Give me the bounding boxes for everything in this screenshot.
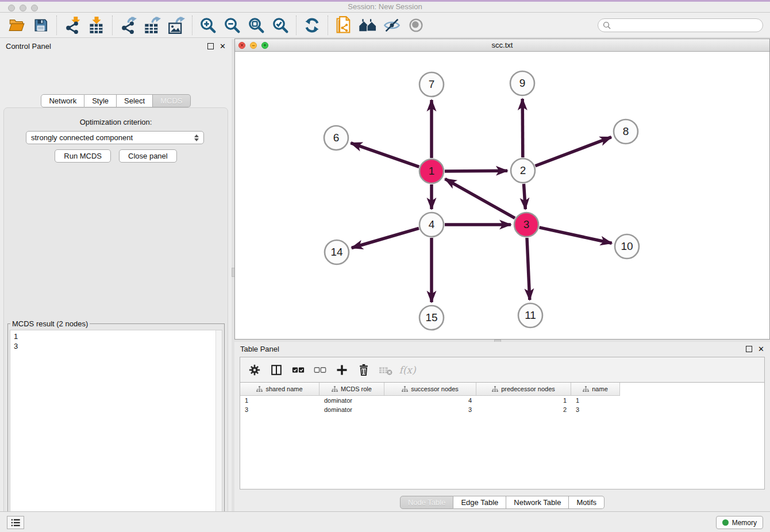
gear-icon xyxy=(248,364,261,376)
tab-select[interactable]: Select xyxy=(117,94,153,107)
float-panel-icon[interactable] xyxy=(207,43,214,49)
eye-slash-icon xyxy=(383,18,401,33)
task-history-button[interactable] xyxy=(7,516,24,529)
column-header-MCDS-role[interactable]: MCDS role xyxy=(319,383,384,396)
close-panel-icon[interactable]: ✕ xyxy=(220,43,226,49)
new-network-from-file-button[interactable] xyxy=(333,15,354,36)
zoom-out-button[interactable] xyxy=(222,15,242,36)
show-graphics-details-button[interactable] xyxy=(406,15,426,36)
open-session-button[interactable] xyxy=(6,15,27,36)
mcds-result-title: MCDS result (2 nodes) xyxy=(10,319,90,328)
graph-node-label: 10 xyxy=(621,240,633,252)
memory-button[interactable]: Memory xyxy=(716,516,763,529)
graph-edge-2-9[interactable] xyxy=(522,99,523,157)
graph-node-4[interactable]: 4 xyxy=(419,213,444,237)
column-header-successor-nodes[interactable]: successor nodes xyxy=(384,383,476,396)
unselect-all-columns-button[interactable] xyxy=(310,360,330,380)
table-tab-network-table[interactable]: Network Table xyxy=(506,496,569,509)
graph-edge-4-14[interactable] xyxy=(352,228,419,248)
search-input[interactable] xyxy=(611,20,763,31)
network-minimize-icon[interactable]: – xyxy=(250,42,257,49)
criterion-value: strongly connected component xyxy=(31,133,194,142)
column-header-name[interactable]: name xyxy=(571,383,620,396)
graph-node-14[interactable]: 14 xyxy=(325,240,349,264)
apply-layout-button[interactable] xyxy=(302,15,322,36)
graph-node-10[interactable]: 10 xyxy=(615,234,639,259)
graph-edge-2-3[interactable] xyxy=(524,184,526,209)
zoom-in-button[interactable] xyxy=(198,15,218,36)
float-table-panel-icon[interactable] xyxy=(746,346,752,352)
graph-node-1[interactable]: 1 xyxy=(419,159,444,183)
unchecked-boxes-icon xyxy=(313,364,327,376)
control-panel: Control Panel ✕ NetworkStyleSelectMCDS O… xyxy=(0,39,232,511)
show-all-networks-button[interactable] xyxy=(357,15,378,36)
list-icon xyxy=(10,518,21,528)
graph-node-3[interactable]: 3 xyxy=(514,213,538,237)
table-row[interactable]: 1dominator411 xyxy=(240,396,764,405)
table-toolbar: f(x) xyxy=(240,357,765,382)
table-header-row: shared nameMCDS rolesuccessor nodesprede… xyxy=(240,383,764,396)
hide-graphics-details-button[interactable] xyxy=(382,15,402,36)
zoom-selected-button[interactable] xyxy=(270,15,291,36)
graph-edge-3-11[interactable] xyxy=(527,238,530,300)
table-tab-node-table[interactable]: Node Table xyxy=(400,496,454,509)
scrollbar[interactable] xyxy=(215,330,222,532)
save-session-button[interactable] xyxy=(30,15,51,36)
tab-mcds[interactable]: MCDS xyxy=(153,94,190,107)
network-file-icon xyxy=(335,16,352,34)
import-table-icon xyxy=(88,17,105,34)
graph-node-label: 11 xyxy=(525,309,536,321)
network-close-icon[interactable]: ✕ xyxy=(238,42,245,49)
import-table-button[interactable] xyxy=(86,15,107,36)
close-panel-button[interactable]: Close panel xyxy=(119,149,177,163)
function-builder-button[interactable]: f(x) xyxy=(398,360,417,380)
close-table-panel-icon[interactable]: ✕ xyxy=(758,346,764,352)
table-tab-motifs[interactable]: Motifs xyxy=(569,496,605,509)
network-maximize-icon[interactable]: + xyxy=(261,42,268,49)
column-header-label: successor nodes xyxy=(411,385,459,392)
graph-node-9[interactable]: 9 xyxy=(510,71,534,95)
graph-edge-3-1[interactable] xyxy=(445,179,515,218)
network-window-titlebar[interactable]: ✕ – + scc.txt xyxy=(235,39,769,52)
column-tree-icon xyxy=(402,386,408,392)
run-mcds-button[interactable]: Run MCDS xyxy=(55,149,111,163)
graph-node-15[interactable]: 15 xyxy=(419,306,444,330)
table-tab-edge-table[interactable]: Edge Table xyxy=(453,496,506,509)
column-header-predecessor-nodes[interactable]: predecessor nodes xyxy=(476,383,571,396)
graph-node-11[interactable]: 11 xyxy=(518,303,542,327)
graph-node-8[interactable]: 8 xyxy=(614,119,638,144)
graph-edge-1-6[interactable] xyxy=(351,143,419,167)
export-table-button[interactable] xyxy=(142,15,163,36)
refresh-icon xyxy=(303,17,321,34)
graph-node-6[interactable]: 6 xyxy=(324,126,348,150)
import-network-button[interactable] xyxy=(62,15,83,36)
graph-edge-1-2[interactable] xyxy=(445,171,507,171)
graph-node-label: 9 xyxy=(519,77,526,89)
app-titlebar: Session: New Session xyxy=(0,0,770,13)
graph-node-2[interactable]: 2 xyxy=(511,159,535,183)
delete-table-button[interactable] xyxy=(376,360,395,380)
table-row[interactable]: 3dominator323 xyxy=(240,405,764,414)
network-canvas[interactable]: 7968124314101511 xyxy=(235,52,769,339)
export-image-button[interactable] xyxy=(166,15,187,36)
select-all-columns-button[interactable] xyxy=(288,360,308,380)
criterion-select[interactable]: strongly connected component xyxy=(26,131,204,144)
table-cell: 1 xyxy=(476,397,571,404)
tab-network[interactable]: Network xyxy=(41,94,84,107)
graph-edge-2-8[interactable] xyxy=(536,137,611,166)
graph-edge-3-10[interactable] xyxy=(540,228,612,243)
merge-columns-button[interactable] xyxy=(267,360,286,380)
export-network-button[interactable] xyxy=(118,15,138,36)
zoom-fit-button[interactable] xyxy=(246,15,267,36)
column-settings-button[interactable] xyxy=(245,360,264,380)
memory-label: Memory xyxy=(732,519,757,527)
mcds-result-textarea[interactable]: 13 xyxy=(10,330,222,532)
graph-node-label: 2 xyxy=(520,164,526,176)
delete-column-button[interactable] xyxy=(354,360,374,380)
column-header-shared-name[interactable]: shared name xyxy=(240,383,319,396)
table-cell: 1 xyxy=(571,397,620,404)
add-column-button[interactable] xyxy=(332,360,352,380)
tab-style[interactable]: Style xyxy=(84,94,117,107)
export-image-icon xyxy=(168,17,185,34)
graph-node-7[interactable]: 7 xyxy=(419,72,444,97)
